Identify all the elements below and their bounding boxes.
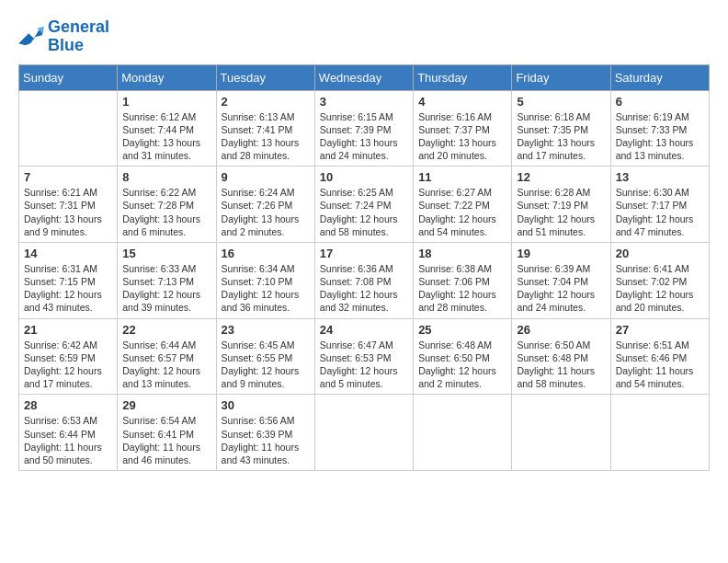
day-cell: 17Sunrise: 6:36 AM Sunset: 7:08 PM Dayli…	[314, 242, 413, 318]
day-cell: 29Sunrise: 6:54 AM Sunset: 6:41 PM Dayli…	[118, 395, 216, 471]
day-cell: 18Sunrise: 6:38 AM Sunset: 7:06 PM Dayli…	[414, 242, 512, 318]
day-info: Sunrise: 6:47 AM Sunset: 6:53 PM Dayligh…	[320, 339, 408, 391]
day-info: Sunrise: 6:25 AM Sunset: 7:24 PM Dayligh…	[320, 186, 408, 238]
day-number: 6	[616, 95, 704, 109]
week-row-2: 7Sunrise: 6:21 AM Sunset: 7:31 PM Daylig…	[19, 167, 710, 243]
day-info: Sunrise: 6:22 AM Sunset: 7:28 PM Dayligh…	[122, 186, 210, 238]
calendar-header-row: SundayMondayTuesdayWednesdayThursdayFrid…	[19, 64, 710, 90]
logo: General Blue	[18, 18, 109, 55]
day-info: Sunrise: 6:27 AM Sunset: 7:22 PM Dayligh…	[418, 186, 506, 238]
day-number: 22	[122, 323, 210, 337]
day-cell: 10Sunrise: 6:25 AM Sunset: 7:24 PM Dayli…	[314, 167, 413, 243]
day-cell: 15Sunrise: 6:33 AM Sunset: 7:13 PM Dayli…	[118, 242, 216, 318]
day-number: 25	[418, 323, 506, 337]
day-info: Sunrise: 6:21 AM Sunset: 7:31 PM Dayligh…	[24, 186, 112, 238]
day-number: 18	[418, 247, 506, 260]
header-cell-wednesday: Wednesday	[314, 64, 413, 90]
day-cell: 22Sunrise: 6:44 AM Sunset: 6:57 PM Dayli…	[118, 318, 216, 395]
day-cell: 12Sunrise: 6:28 AM Sunset: 7:19 PM Dayli…	[512, 167, 610, 243]
day-cell: 4Sunrise: 6:16 AM Sunset: 7:37 PM Daylig…	[414, 90, 512, 167]
day-info: Sunrise: 6:48 AM Sunset: 6:50 PM Dayligh…	[418, 339, 506, 391]
day-info: Sunrise: 6:50 AM Sunset: 6:48 PM Dayligh…	[517, 339, 605, 391]
page-header: General Blue	[18, 18, 710, 55]
day-info: Sunrise: 6:42 AM Sunset: 6:59 PM Dayligh…	[24, 339, 112, 391]
day-cell: 6Sunrise: 6:19 AM Sunset: 7:33 PM Daylig…	[610, 90, 709, 167]
day-cell: 24Sunrise: 6:47 AM Sunset: 6:53 PM Dayli…	[314, 318, 413, 395]
header-cell-monday: Monday	[118, 64, 216, 90]
calendar-table: SundayMondayTuesdayWednesdayThursdayFrid…	[18, 64, 710, 471]
day-cell	[414, 395, 512, 471]
day-number: 27	[616, 323, 704, 337]
day-number: 1	[122, 95, 210, 109]
day-cell: 14Sunrise: 6:31 AM Sunset: 7:15 PM Dayli…	[19, 242, 118, 318]
week-row-4: 21Sunrise: 6:42 AM Sunset: 6:59 PM Dayli…	[19, 318, 710, 395]
day-number: 14	[24, 247, 112, 260]
day-info: Sunrise: 6:36 AM Sunset: 7:08 PM Dayligh…	[320, 262, 408, 315]
day-info: Sunrise: 6:30 AM Sunset: 7:17 PM Dayligh…	[616, 186, 704, 238]
day-cell: 21Sunrise: 6:42 AM Sunset: 6:59 PM Dayli…	[19, 318, 118, 395]
day-number: 3	[320, 95, 408, 109]
day-number: 5	[517, 95, 605, 109]
header-cell-thursday: Thursday	[414, 64, 512, 90]
day-info: Sunrise: 6:16 AM Sunset: 7:37 PM Dayligh…	[418, 110, 506, 163]
day-number: 23	[222, 323, 310, 337]
day-number: 26	[517, 323, 605, 337]
day-info: Sunrise: 6:53 AM Sunset: 6:44 PM Dayligh…	[24, 414, 112, 466]
day-cell	[610, 395, 709, 471]
day-cell	[19, 90, 118, 167]
day-number: 30	[222, 398, 310, 412]
day-info: Sunrise: 6:39 AM Sunset: 7:04 PM Dayligh…	[517, 262, 605, 315]
day-info: Sunrise: 6:15 AM Sunset: 7:39 PM Dayligh…	[320, 110, 408, 163]
day-number: 4	[418, 95, 506, 109]
day-number: 24	[320, 323, 408, 337]
week-row-1: 1Sunrise: 6:12 AM Sunset: 7:44 PM Daylig…	[19, 90, 710, 167]
calendar-body: 1Sunrise: 6:12 AM Sunset: 7:44 PM Daylig…	[19, 90, 710, 470]
day-number: 28	[24, 398, 112, 412]
day-info: Sunrise: 6:31 AM Sunset: 7:15 PM Dayligh…	[24, 262, 112, 315]
day-number: 12	[517, 170, 605, 184]
day-info: Sunrise: 6:19 AM Sunset: 7:33 PM Dayligh…	[616, 110, 704, 163]
day-info: Sunrise: 6:12 AM Sunset: 7:44 PM Dayligh…	[122, 110, 210, 163]
day-info: Sunrise: 6:24 AM Sunset: 7:26 PM Dayligh…	[222, 186, 310, 238]
logo-icon	[18, 27, 44, 47]
day-number: 8	[122, 170, 210, 184]
day-number: 19	[517, 247, 605, 260]
day-cell: 26Sunrise: 6:50 AM Sunset: 6:48 PM Dayli…	[512, 318, 610, 395]
day-cell: 1Sunrise: 6:12 AM Sunset: 7:44 PM Daylig…	[118, 90, 216, 167]
day-number: 2	[222, 95, 310, 109]
day-number: 16	[222, 247, 310, 260]
day-number: 9	[222, 170, 310, 184]
day-info: Sunrise: 6:54 AM Sunset: 6:41 PM Dayligh…	[122, 414, 210, 466]
day-cell	[314, 395, 413, 471]
day-info: Sunrise: 6:56 AM Sunset: 6:39 PM Dayligh…	[222, 414, 310, 466]
day-cell: 16Sunrise: 6:34 AM Sunset: 7:10 PM Dayli…	[216, 242, 314, 318]
day-info: Sunrise: 6:13 AM Sunset: 7:41 PM Dayligh…	[222, 110, 310, 163]
day-number: 10	[320, 170, 408, 184]
day-info: Sunrise: 6:51 AM Sunset: 6:46 PM Dayligh…	[616, 339, 704, 391]
day-info: Sunrise: 6:34 AM Sunset: 7:10 PM Dayligh…	[222, 262, 310, 315]
day-cell: 19Sunrise: 6:39 AM Sunset: 7:04 PM Dayli…	[512, 242, 610, 318]
header-cell-friday: Friday	[512, 64, 610, 90]
day-info: Sunrise: 6:38 AM Sunset: 7:06 PM Dayligh…	[418, 262, 506, 315]
day-info: Sunrise: 6:44 AM Sunset: 6:57 PM Dayligh…	[122, 339, 210, 391]
day-info: Sunrise: 6:45 AM Sunset: 6:55 PM Dayligh…	[222, 339, 310, 391]
week-row-3: 14Sunrise: 6:31 AM Sunset: 7:15 PM Dayli…	[19, 242, 710, 318]
day-cell: 8Sunrise: 6:22 AM Sunset: 7:28 PM Daylig…	[118, 167, 216, 243]
day-info: Sunrise: 6:28 AM Sunset: 7:19 PM Dayligh…	[517, 186, 605, 238]
day-info: Sunrise: 6:41 AM Sunset: 7:02 PM Dayligh…	[616, 262, 704, 315]
day-number: 7	[24, 170, 112, 184]
day-cell: 11Sunrise: 6:27 AM Sunset: 7:22 PM Dayli…	[414, 167, 512, 243]
header-cell-tuesday: Tuesday	[216, 64, 314, 90]
day-cell: 28Sunrise: 6:53 AM Sunset: 6:44 PM Dayli…	[19, 395, 118, 471]
week-row-5: 28Sunrise: 6:53 AM Sunset: 6:44 PM Dayli…	[19, 395, 710, 471]
logo-text: General Blue	[48, 18, 109, 55]
day-cell	[512, 395, 610, 471]
day-number: 15	[122, 247, 210, 260]
day-cell: 30Sunrise: 6:56 AM Sunset: 6:39 PM Dayli…	[216, 395, 314, 471]
day-info: Sunrise: 6:18 AM Sunset: 7:35 PM Dayligh…	[517, 110, 605, 163]
day-number: 17	[320, 247, 408, 260]
day-cell: 3Sunrise: 6:15 AM Sunset: 7:39 PM Daylig…	[314, 90, 413, 167]
day-info: Sunrise: 6:33 AM Sunset: 7:13 PM Dayligh…	[122, 262, 210, 315]
header-cell-saturday: Saturday	[610, 64, 709, 90]
day-number: 13	[616, 170, 704, 184]
